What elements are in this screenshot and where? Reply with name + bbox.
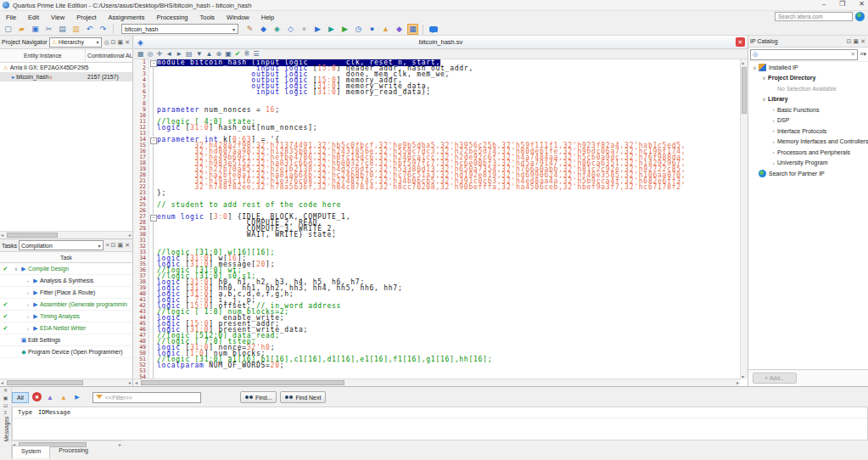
strip-icon[interactable]: ▣ xyxy=(0,395,11,402)
fold-marker[interactable] xyxy=(149,315,157,321)
menu-item[interactable]: Window xyxy=(221,14,255,21)
menu-item[interactable]: Assignments xyxy=(103,14,151,21)
fold-marker[interactable] xyxy=(149,178,157,184)
fold-marker[interactable] xyxy=(149,71,157,77)
fold-marker[interactable] xyxy=(149,279,157,285)
fold-marker[interactable] xyxy=(149,285,157,291)
expand-icon[interactable]: ∨ xyxy=(13,266,20,272)
toolbar-icon[interactable]: ↶ xyxy=(84,24,95,35)
fold-marker[interactable] xyxy=(149,244,157,250)
menu-item[interactable]: File xyxy=(0,14,22,21)
search-input[interactable]: Search altera.com xyxy=(775,12,853,21)
editor-toolbar-icon[interactable]: ◎ xyxy=(148,50,154,58)
ip-tree-row[interactable]: No Selection Available xyxy=(748,83,868,94)
code-line[interactable]: 6 input logic [31:0] memory_read_data); xyxy=(134,89,748,95)
strip-icon[interactable]: ⊡ xyxy=(0,402,11,410)
fold-marker[interactable] xyxy=(149,333,157,339)
toolbar-icon[interactable]: ▤ xyxy=(57,24,68,35)
code-area[interactable]: 1 module bitcoin_hash (input logic clk, … xyxy=(134,59,748,379)
fold-marker[interactable] xyxy=(149,250,157,255)
fold-marker[interactable] xyxy=(149,190,157,196)
code-line[interactable]: 53 xyxy=(134,368,748,374)
fold-marker[interactable] xyxy=(149,101,157,107)
fold-marker[interactable] xyxy=(149,184,157,190)
code-line[interactable]: 25 // student to add rest of the code he… xyxy=(134,202,748,208)
fold-marker[interactable] xyxy=(149,297,157,303)
toolbar-icon[interactable]: ◆ xyxy=(258,24,269,35)
toolbar-icon[interactable]: ● xyxy=(299,24,310,35)
fold-marker[interactable] xyxy=(149,208,157,214)
message-filter-input[interactable]: <<Filter>> xyxy=(92,392,201,403)
expand-icon[interactable]: › xyxy=(770,139,777,144)
expand-icon[interactable]: › xyxy=(25,290,31,295)
fold-marker[interactable] xyxy=(149,226,157,232)
horizontal-scrollbar[interactable] xyxy=(0,379,132,386)
panel-header-icon[interactable]: ≡ xyxy=(105,242,110,248)
editor-toolbar-icon[interactable]: ▼ xyxy=(196,50,203,58)
panel-header-icon[interactable]: ✕ xyxy=(124,39,131,45)
expand-icon[interactable]: › xyxy=(770,149,777,154)
expand-icon[interactable]: › xyxy=(770,128,777,133)
expand-icon[interactable]: › xyxy=(25,314,31,319)
code-line[interactable]: 52 localparam NUM_OF_WORDS=20; xyxy=(134,362,748,368)
editor-toolbar-icon[interactable]: ► xyxy=(176,50,182,58)
hierarchy-selector[interactable]: ⚠ Hierarchy ▾ xyxy=(49,37,102,48)
fold-marker[interactable] xyxy=(149,95,157,101)
fold-marker[interactable] xyxy=(149,356,157,362)
code-line[interactable]: 23 }; xyxy=(134,190,748,196)
messages-tab[interactable]: System xyxy=(12,446,50,458)
editor-toolbar-icon[interactable]: ▦ xyxy=(137,50,144,58)
task-row[interactable]: › ▶ Fitter (Place & Route) xyxy=(0,287,132,299)
fold-marker[interactable] xyxy=(149,131,157,137)
fold-marker[interactable] xyxy=(149,267,157,273)
editor-toolbar-icon[interactable]: ◄ xyxy=(165,50,172,58)
fold-marker[interactable] xyxy=(149,238,157,244)
panel-header-icon[interactable]: ◎ xyxy=(104,39,110,45)
task-row[interactable]: ✔ ∨ ▶ Compile Design xyxy=(0,263,132,275)
project-selector[interactable]: bitcoin_hash ▾ xyxy=(121,24,238,34)
vertical-scrollbar[interactable] xyxy=(740,59,748,379)
ip-tree-row[interactable]: ∨ Installed IP xyxy=(748,62,868,73)
menu-item[interactable]: Edit xyxy=(22,14,45,21)
message-filter-icon[interactable]: ▶ xyxy=(72,392,82,402)
expand-icon[interactable]: › xyxy=(770,118,777,123)
code-line[interactable]: 30 WAIT, WRITE} state; xyxy=(134,232,748,238)
hierarchy-row[interactable]: ▸ bitcoin_hash b 2157 (2157) xyxy=(0,72,132,81)
toolbar-icon[interactable]: ▣ xyxy=(30,24,41,35)
panel-header-icon[interactable]: ▣ xyxy=(853,38,860,44)
fold-marker[interactable] xyxy=(149,137,157,143)
editor-toolbar-icon[interactable]: ▤ xyxy=(186,50,193,58)
fold-marker[interactable] xyxy=(149,89,157,95)
globe-icon[interactable] xyxy=(855,12,865,21)
toolbar-icon[interactable]: ▲ xyxy=(380,24,391,35)
code-line[interactable]: 7 xyxy=(134,95,748,101)
expand-icon[interactable]: ∨ xyxy=(760,75,768,81)
message-filter-icon[interactable]: ✖ xyxy=(32,392,42,401)
message-filter-icon[interactable]: ▲ xyxy=(45,392,55,402)
fold-marker[interactable] xyxy=(149,214,157,220)
column-header[interactable]: Type xyxy=(18,407,38,418)
toolbar-icon[interactable]: ▥ xyxy=(70,24,81,35)
column-header[interactable]: ID xyxy=(38,407,45,418)
fold-marker[interactable] xyxy=(149,166,157,172)
clear-icon[interactable]: ✕ xyxy=(851,51,856,58)
code-line[interactable]: 22 32'h748f82ee,32'h78a5636f,32'h84c8781… xyxy=(134,184,748,190)
ip-tree-row[interactable]: › Interface Protocols xyxy=(748,126,868,137)
task-row[interactable]: ▣ Edit Settings xyxy=(0,334,132,346)
expand-icon[interactable]: ∨ xyxy=(751,65,759,70)
horizontal-scrollbar[interactable] xyxy=(134,379,740,386)
menu-item[interactable]: Help xyxy=(255,14,280,21)
editor-toolbar-icon[interactable]: ☰ xyxy=(253,50,259,58)
code-line[interactable]: 9 parameter num_nonces = 16; xyxy=(134,107,748,113)
ip-tree-row[interactable]: › Memory Interfaces and Controllers xyxy=(748,137,868,148)
toolbar-icon[interactable]: ✎ xyxy=(244,24,255,35)
maximize-button[interactable]: ❐ xyxy=(839,0,845,8)
fold-marker[interactable] xyxy=(149,125,157,131)
panel-header-icon[interactable]: ▣ xyxy=(117,39,125,45)
code-line[interactable]: 12 logic [31:0] hash_out[num_nonces]; xyxy=(134,125,748,131)
column-header[interactable]: Message xyxy=(45,407,70,418)
ip-search-input[interactable]: ◎ ✕ xyxy=(750,49,858,60)
task-row[interactable]: › ▶ Analysis & Synthesis xyxy=(0,275,132,287)
messages-tab[interactable]: Processing xyxy=(50,446,97,458)
panel-header-icon[interactable]: ✕ xyxy=(860,38,866,44)
